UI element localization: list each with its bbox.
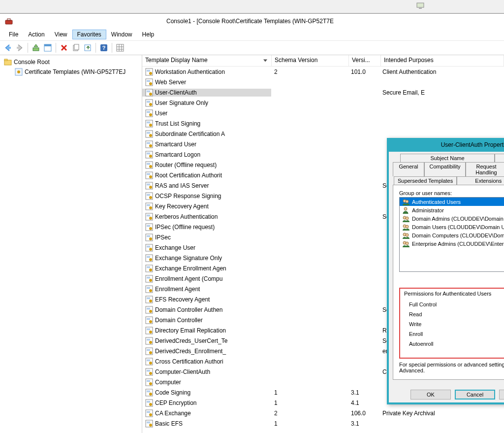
table-row[interactable]: Workstation Authentication2101.0Client A… — [142, 67, 504, 77]
certificate-icon — [145, 285, 153, 293]
certificate-icon — [145, 265, 153, 272]
certificate-icon — [145, 358, 153, 366]
group-label: Group or user names: — [399, 190, 504, 196]
template-name: EFS Recovery Agent — [155, 296, 210, 303]
menu-window[interactable]: Window — [106, 30, 137, 39]
permission-row: Full Control — [404, 300, 504, 309]
svg-rect-26 — [417, 3, 424, 7]
table-row[interactable]: Trust List Signing — [142, 118, 504, 129]
table-row[interactable]: User-ClientAuthSecure Email, E — [142, 87, 504, 98]
certificate-icon — [145, 68, 153, 76]
col-schema[interactable]: Schema Version — [272, 55, 349, 66]
tab-general[interactable]: General — [393, 162, 424, 176]
tab-extensions[interactable]: Extensions — [457, 176, 504, 185]
list-pane: Template Display Name Schema Version Ver… — [142, 55, 504, 433]
tab-compatibility[interactable]: Compatibility — [424, 162, 466, 176]
certificate-icon — [145, 151, 153, 159]
certificate-icon — [145, 161, 153, 169]
tree-root-label: Console Root — [14, 59, 50, 66]
menu-favorites[interactable]: Favorites — [72, 30, 106, 39]
template-name: Domain Controller Authen — [155, 306, 222, 313]
template-name: Smartcard Logon — [155, 151, 200, 158]
version: 3.1 — [348, 389, 379, 396]
col-version[interactable]: Versi... — [349, 55, 381, 66]
user-list-item[interactable]: Administrator — [400, 206, 504, 214]
table-row[interactable]: Web Server — [142, 77, 504, 87]
template-name: User-ClientAuth — [155, 89, 197, 96]
template-name: Directory Email Replication — [155, 327, 226, 334]
cancel-button[interactable]: Cancel — [455, 390, 495, 400]
template-name: Computer — [155, 379, 181, 386]
intended-purposes: Client Authentication — [379, 68, 504, 75]
menu-view[interactable]: View — [50, 30, 72, 39]
dialog-title: User-ClientAuth Properties — [387, 141, 504, 148]
tab-panel-security: Group or user names: Authenticated Users… — [393, 185, 504, 380]
permission-name: Enroll — [404, 331, 504, 337]
template-name: Enrollment Agent — [155, 286, 200, 293]
advanced-text: For special permissions or advanced sett… — [399, 362, 504, 373]
tree-root[interactable]: Console Root — [0, 57, 142, 67]
export-button[interactable] — [83, 43, 93, 53]
certificate-icon — [145, 130, 153, 138]
tree-item-cert-templates[interactable]: Certificate Templates (WIN-GP52T7EJ — [0, 67, 142, 77]
menu-bar: FileActionViewFavoritesWindowHelp — [0, 29, 504, 41]
view-button[interactable] — [115, 43, 125, 53]
permission-name: Autoenroll — [404, 341, 504, 347]
tab-superseded-templates[interactable]: Superseded Templates — [394, 176, 457, 185]
user-list-item[interactable]: Authenticated Users — [400, 198, 504, 206]
tab-request-handling[interactable]: Request Handling — [466, 162, 504, 176]
user-list[interactable]: Authenticated UsersAdministratorDomain A… — [399, 197, 504, 272]
tab-subject-name[interactable]: Subject Name — [400, 154, 495, 162]
certificate-icon — [145, 140, 153, 148]
user-name: Administrator — [412, 207, 444, 213]
help-button[interactable] — [99, 43, 109, 53]
certificate-icon — [145, 233, 153, 241]
user-list-item[interactable]: Enterprise Admins (CLOUDDEV\Enterprise A… — [400, 239, 504, 248]
col-purposes[interactable]: Intended Purposes — [381, 55, 504, 66]
schema-version: 2 — [271, 68, 348, 75]
version: 4.1 — [348, 400, 379, 406]
permissions-box: Permissions for Authenticated Users Allo… — [399, 288, 504, 359]
tab-issuance-requirements[interactable]: Issuance Requirements — [495, 154, 504, 162]
table-row[interactable]: Basic EFS13.1 — [142, 418, 504, 429]
apply-button[interactable]: Apply — [499, 390, 504, 400]
user-list-item[interactable]: Domain Computers (CLOUDDEV\Domain Comput… — [400, 231, 504, 239]
ok-button[interactable]: OK — [410, 390, 451, 400]
template-name: Cross Certification Authori — [155, 358, 223, 365]
user-list-item[interactable]: Domain Admins (CLOUDDEV\Domain Admins) — [400, 214, 504, 223]
up-button[interactable] — [31, 43, 41, 53]
user-list-item[interactable]: Domain Users (CLOUDDEV\Domain Users) — [400, 223, 504, 231]
template-name: User — [155, 110, 167, 117]
group-icon — [402, 223, 410, 231]
show-hide-button[interactable] — [43, 43, 53, 53]
list-header: Template Display Name Schema Version Ver… — [142, 55, 504, 67]
version: 101.0 — [348, 68, 379, 75]
forward-button[interactable] — [15, 43, 25, 53]
menu-file[interactable]: File — [4, 30, 23, 39]
certificate-icon — [145, 78, 153, 86]
schema-version: 1 — [271, 400, 348, 406]
template-name: DerivedCreds_UserCert_Te — [155, 337, 227, 344]
delete-button[interactable] — [59, 43, 69, 53]
schema-version: 1 — [271, 420, 348, 427]
table-row[interactable]: User — [142, 108, 504, 118]
table-row[interactable]: Subordinate Certification A — [142, 129, 504, 139]
table-row[interactable]: User Signature Only — [142, 98, 504, 108]
certificate-icon — [145, 275, 153, 283]
back-button[interactable] — [3, 43, 13, 53]
permission-name: Full Control — [404, 301, 504, 307]
permission-row: Write — [404, 319, 504, 329]
intended-purposes: Private Key Archival — [379, 410, 504, 417]
certificate-icon — [145, 254, 153, 262]
template-name: Code Signing — [155, 389, 190, 396]
copy-button[interactable] — [71, 43, 81, 53]
template-name: Kerberos Authentication — [155, 213, 218, 220]
menu-action[interactable]: Action — [23, 30, 49, 39]
menu-help[interactable]: Help — [137, 30, 159, 39]
template-name: CEP Encryption — [155, 400, 197, 406]
col-template-name[interactable]: Template Display Name — [142, 55, 272, 66]
svg-rect-27 — [419, 8, 422, 9]
table-row[interactable]: CA Exchange2106.0Private Key Archival — [142, 408, 504, 418]
template-name: Exchange User — [155, 244, 195, 251]
group-icon — [402, 198, 410, 206]
